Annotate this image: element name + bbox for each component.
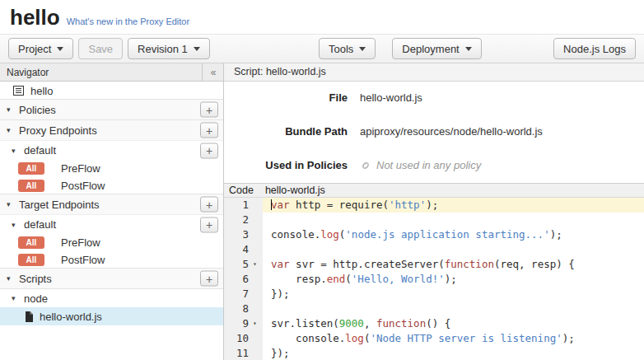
field-value: apiproxy/resources/node/hello-world.js xyxy=(360,125,543,138)
code-line[interactable]: }); xyxy=(263,287,644,302)
collapse-sidebar-button[interactable]: « xyxy=(202,63,223,82)
field-label: File xyxy=(224,91,348,104)
group-label: node xyxy=(24,292,48,305)
save-button-label: Save xyxy=(88,43,113,55)
code-filename[interactable]: hello-world.js xyxy=(265,184,325,198)
line-number: 9 xyxy=(224,316,249,331)
code-line[interactable]: var svr = http.createServer(function(req… xyxy=(263,257,644,272)
sidebar-section-target-endpoints[interactable]: ▾ Target Endpoints + xyxy=(0,194,223,215)
sidebar-section-scripts[interactable]: ▾ Scripts + xyxy=(0,268,223,289)
add-target-endpoint-button[interactable]: + xyxy=(200,197,218,213)
collapse-arrow-icon[interactable]: ▾ xyxy=(7,274,14,283)
fold-toggle-icon[interactable]: ▾ xyxy=(249,257,261,272)
gutter-line-number[interactable]: 10 xyxy=(224,331,263,346)
section-label: Policies xyxy=(19,104,56,116)
page-title: hello xyxy=(10,5,60,30)
chevron-down-icon xyxy=(359,47,366,51)
sidebar-target-postflow[interactable]: All PostFlow xyxy=(0,251,223,269)
add-policy-button[interactable]: + xyxy=(200,102,218,118)
code-token: ); xyxy=(550,228,562,241)
field-label: Bundle Path xyxy=(224,125,348,138)
navigator-sidebar: Navigator « hello ▾ Policies + ▾ Proxy E… xyxy=(0,63,224,360)
code-line[interactable]: console.log('node.js application startin… xyxy=(263,227,644,242)
project-dropdown-button[interactable]: Project xyxy=(8,38,73,59)
project-dropdown-label: Project xyxy=(18,43,51,55)
field-file: File hello-world.js xyxy=(224,91,644,104)
code-token: 'Hello, World!' xyxy=(352,273,445,285)
collapse-arrow-icon[interactable]: ▾ xyxy=(7,126,14,134)
sidebar-proxy-preflow[interactable]: All PreFlow xyxy=(0,160,223,177)
flow-label: PreFlow xyxy=(61,162,100,175)
code-token: (req, resp) { xyxy=(494,258,575,270)
add-flow-button[interactable]: + xyxy=(200,143,218,158)
code-line[interactable]: }); xyxy=(263,346,644,360)
field-used-in-policies: Used in Policies Not used in any policy xyxy=(224,159,644,171)
sidebar-file-hello-world-js[interactable]: hello-world.js xyxy=(0,307,223,325)
sidebar-section-policies[interactable]: ▾ Policies + xyxy=(0,99,223,120)
gutter-line-number[interactable]: 9▾ xyxy=(224,316,263,331)
gutter-line-number[interactable]: 5▾ xyxy=(224,257,263,272)
add-script-button[interactable]: + xyxy=(200,271,218,287)
code-token: end xyxy=(327,273,346,285)
collapse-arrow-icon[interactable]: ▾ xyxy=(7,105,14,114)
add-proxy-endpoint-button[interactable]: + xyxy=(200,123,218,138)
toolbar: Project Save Revision 1 Tools Deployment xyxy=(0,34,644,63)
code-token: }); xyxy=(271,347,290,359)
line-number: 4 xyxy=(224,242,249,257)
broken-link-icon xyxy=(360,160,371,171)
endpoint-label: default xyxy=(24,144,56,157)
nodejs-logs-button[interactable]: Node.js Logs xyxy=(553,38,636,59)
deployment-dropdown-button[interactable]: Deployment xyxy=(392,38,481,59)
code-line[interactable]: svr.listen(9000, function() { xyxy=(263,316,644,331)
tab-code[interactable]: Code xyxy=(224,184,259,198)
collapse-arrow-icon[interactable]: ▾ xyxy=(12,221,19,229)
chevron-down-icon xyxy=(57,47,63,51)
gutter-line-number[interactable]: 4 xyxy=(224,242,263,257)
code-line[interactable] xyxy=(263,302,644,316)
save-button[interactable]: Save xyxy=(78,38,123,59)
add-flow-button[interactable]: + xyxy=(200,217,218,232)
code-line[interactable] xyxy=(263,213,644,227)
line-number: 6 xyxy=(224,272,249,287)
script-details: File hello-world.js Bundle Path apiproxy… xyxy=(224,82,644,183)
collapse-arrow-icon[interactable]: ▾ xyxy=(7,200,14,208)
code-line[interactable]: console.log('Node HTTP server is listeni… xyxy=(263,331,644,346)
code-token: ); xyxy=(562,332,575,344)
code-token: resp. xyxy=(271,273,327,285)
chevron-down-icon xyxy=(465,47,472,51)
gutter-line-number[interactable]: 6 xyxy=(224,272,263,287)
sidebar-scripts-node-group[interactable]: ▾ node xyxy=(0,289,223,307)
gutter-line-number[interactable]: 1 xyxy=(224,198,263,213)
sidebar-proxy-endpoint-default[interactable]: ▾ default + xyxy=(0,140,223,160)
sidebar-target-preflow[interactable]: All PreFlow xyxy=(0,234,223,251)
collapse-arrow-icon[interactable]: ▾ xyxy=(12,294,19,302)
code-editor[interactable]: 12345▾6789▾1011 var http = require('http… xyxy=(224,198,644,360)
line-number: 8 xyxy=(224,302,249,316)
code-gutter: 12345▾6789▾1011 xyxy=(224,198,263,360)
toolbar-right-group: Node.js Logs xyxy=(553,38,636,59)
code-token: ( xyxy=(345,273,352,285)
gutter-line-number[interactable]: 8 xyxy=(224,302,263,316)
sidebar-section-proxy-endpoints[interactable]: ▾ Proxy Endpoints + xyxy=(0,119,223,141)
proxy-editor-page: hello What's new in the Proxy Editor Pro… xyxy=(0,0,644,360)
code-lines[interactable]: var http = require('http');console.log('… xyxy=(263,198,644,360)
toolbar-middle-group: Tools Deployment xyxy=(319,38,482,59)
gutter-line-number[interactable]: 3 xyxy=(224,227,263,242)
gutter-line-number[interactable]: 2 xyxy=(224,213,263,227)
collapse-arrow-icon[interactable]: ▾ xyxy=(12,147,19,155)
fold-toggle-icon[interactable]: ▾ xyxy=(249,316,261,331)
sidebar-proxy-postflow[interactable]: All PostFlow xyxy=(0,177,223,194)
sidebar-item-hello[interactable]: hello xyxy=(0,82,223,100)
code-line[interactable]: resp.end('Hello, World!'); xyxy=(263,272,644,287)
code-line[interactable] xyxy=(263,242,644,257)
whats-new-link[interactable]: What's new in the Proxy Editor xyxy=(67,16,189,26)
tools-dropdown-button[interactable]: Tools xyxy=(319,38,376,59)
revision-dropdown-button[interactable]: Revision 1 xyxy=(128,38,210,59)
code-token: console. xyxy=(271,228,320,241)
gutter-line-number[interactable]: 11 xyxy=(224,346,263,360)
sidebar-target-endpoint-default[interactable]: ▾ default + xyxy=(0,214,223,234)
line-number: 1 xyxy=(224,198,249,213)
code-line[interactable]: var http = require('http'); xyxy=(263,198,644,213)
gutter-line-number[interactable]: 7 xyxy=(224,287,263,302)
sidebar-item-label: hello xyxy=(30,85,53,97)
